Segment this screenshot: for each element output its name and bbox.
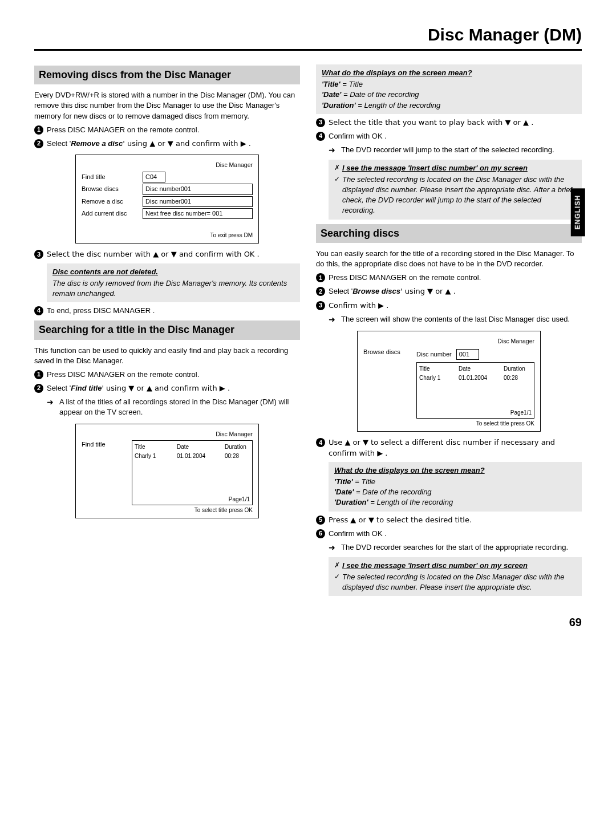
- play-step-4-sub: The DVD recorder will jump to the start …: [341, 145, 554, 156]
- check-icon: ✓: [334, 572, 342, 582]
- language-tab: ENGLISH: [571, 188, 585, 236]
- step-bullet-icon: 2: [316, 287, 325, 296]
- step-bullet-icon: 2: [34, 384, 43, 393]
- browse-step-3-sub: The screen will show the contents of the…: [341, 314, 570, 326]
- find-step-2: Select 'Find title' using ▼ or ▲ and con…: [47, 383, 300, 393]
- step-bullet-icon: 3: [316, 118, 325, 127]
- play-step-3: Select the title that you want to play b…: [329, 117, 582, 128]
- cross-icon: ✗: [334, 561, 342, 570]
- arrow-icon: ➜: [329, 542, 339, 554]
- step-bullet-icon: 6: [316, 529, 325, 538]
- step-bullet-icon: 1: [34, 370, 43, 379]
- step-bullet-icon: 1: [34, 125, 43, 135]
- page-number: 69: [34, 614, 582, 630]
- arrow-icon: ➜: [47, 397, 57, 417]
- intro-searching-discs: You can easily search for the title of a…: [316, 249, 582, 269]
- step-3: Select the disc number with ▲ or ▼ and c…: [47, 249, 300, 259]
- page-title: Disc Manager (DM): [34, 23, 582, 51]
- arrow-icon: ➜: [329, 314, 339, 326]
- step-bullet-icon: 4: [316, 132, 325, 141]
- browse-step-3: Confirm with ▶ .: [329, 301, 582, 311]
- step-bullet-icon: 3: [34, 250, 43, 259]
- right-column: What do the displays on the screen mean?…: [316, 61, 582, 599]
- heading-searching-title: Searching for a title in the Disc Manage…: [34, 320, 300, 339]
- browse-step-1: Press DISC MANAGER on the remote control…: [329, 273, 582, 283]
- step-bullet-icon: 3: [316, 301, 325, 310]
- find-step-2-sub: A list of the titles of all recordings s…: [59, 397, 300, 417]
- browse-step-6: Confirm with OK .: [329, 529, 582, 539]
- note-displays-mean-1: What do the displays on the screen mean?…: [316, 64, 582, 114]
- step-4: To end, press DISC MANAGER .: [47, 306, 300, 316]
- browse-step-4: Use ▲ or ▼ to select a different disc nu…: [329, 437, 582, 458]
- cross-icon: ✗: [334, 163, 342, 173]
- browse-step-5: Press ▲ or ▼ to select the desired title…: [329, 515, 582, 525]
- play-step-4: Confirm with OK .: [329, 131, 582, 141]
- osd-browse-discs: Disc Manager Browse discs Disc number001…: [357, 331, 541, 432]
- step-2: Select 'Remove a disc' using ▲ or ▼ and …: [47, 139, 300, 149]
- osd-find-title: Disc Manager Find title TitleDateDuratio…: [75, 424, 259, 519]
- intro-removing: Every DVD+RW/+R is stored with a number …: [34, 90, 300, 121]
- step-bullet-icon: 5: [316, 516, 325, 525]
- left-column: Removing discs from the Disc Manager Eve…: [34, 61, 300, 599]
- step-bullet-icon: 4: [316, 438, 325, 447]
- check-icon: ✓: [334, 175, 342, 184]
- find-step-1: Press DISC MANAGER on the remote control…: [47, 370, 300, 380]
- osd-remove-disc: Disc Manager Find titleC04 Browse discsD…: [75, 155, 259, 244]
- step-1: Press DISC MANAGER on the remote control…: [47, 125, 300, 135]
- browse-step-6-sub: The DVD recorder searches for the start …: [341, 542, 568, 554]
- heading-searching-discs: Searching discs: [316, 224, 582, 243]
- arrow-icon: ➜: [329, 145, 339, 156]
- step-bullet-icon: 2: [34, 139, 43, 148]
- note-insert-disc-2: ✗ I see the message 'Insert disc number'…: [329, 557, 582, 596]
- step-bullet-icon: 1: [316, 273, 325, 282]
- note-disc-contents: Disc contents are not deleted. The disc …: [47, 263, 300, 303]
- note-displays-mean-2: What do the displays on the screen mean?…: [329, 462, 582, 512]
- heading-removing: Removing discs from the Disc Manager: [34, 66, 300, 84]
- step-bullet-icon: 4: [34, 306, 43, 315]
- browse-step-2: Select 'Browse discs' using ▼ or ▲ .: [329, 286, 582, 297]
- osd-header: Disc Manager: [82, 161, 253, 169]
- intro-searching-title: This function can be used to quickly and…: [34, 346, 300, 366]
- note-insert-disc-1: ✗ I see the message 'Insert disc number'…: [329, 160, 582, 220]
